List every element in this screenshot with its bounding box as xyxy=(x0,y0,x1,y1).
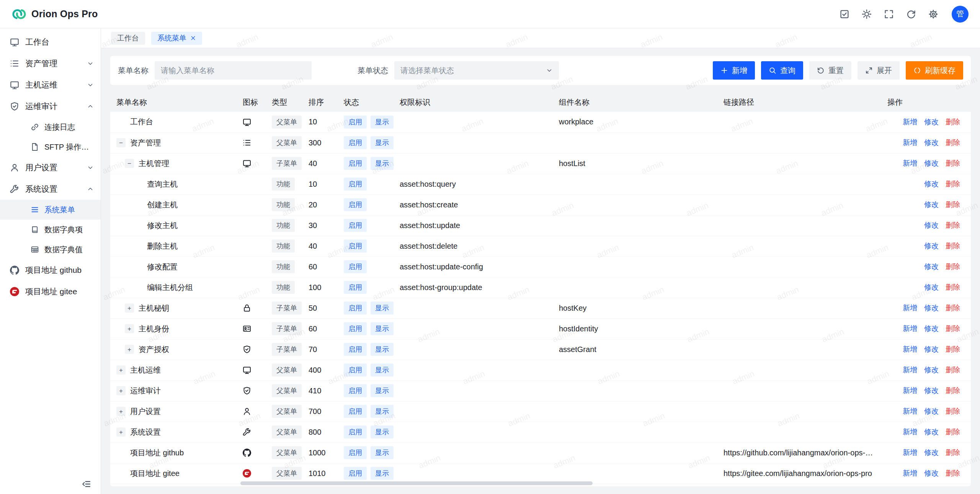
delete-link[interactable]: 删除 xyxy=(946,303,960,313)
delete-link[interactable]: 删除 xyxy=(946,468,960,478)
reset-button[interactable]: 重置 xyxy=(809,61,851,80)
delete-link[interactable]: 删除 xyxy=(946,427,960,437)
sort-value: 800 xyxy=(309,428,321,436)
add-link[interactable]: 新增 xyxy=(903,365,917,375)
edit-link[interactable]: 修改 xyxy=(924,241,939,251)
gear-icon[interactable] xyxy=(925,6,942,23)
delete-link[interactable]: 删除 xyxy=(946,282,960,292)
edit-link[interactable]: 修改 xyxy=(924,468,939,478)
collapse-row-button[interactable]: − xyxy=(125,159,134,168)
edit-link[interactable]: 修改 xyxy=(924,448,939,458)
edit-link[interactable]: 修改 xyxy=(924,344,939,354)
expand-button[interactable]: 展开 xyxy=(858,61,900,80)
edit-link[interactable]: 修改 xyxy=(924,220,939,230)
menu-name-input[interactable] xyxy=(155,61,312,80)
edit-link[interactable]: 修改 xyxy=(924,117,939,127)
edit-link[interactable]: 修改 xyxy=(924,262,939,272)
delete-link[interactable]: 删除 xyxy=(946,324,960,334)
expand-row-button[interactable]: + xyxy=(116,427,126,437)
menu-type-tag: 功能 xyxy=(272,260,295,273)
sidebar-item-connect-log[interactable]: 连接日志 xyxy=(0,117,101,137)
delete-link[interactable]: 删除 xyxy=(946,220,960,230)
delete-link[interactable]: 删除 xyxy=(946,179,960,189)
add-link[interactable]: 新增 xyxy=(903,448,917,458)
expand-row-button[interactable]: + xyxy=(125,303,134,313)
tab-item[interactable]: 工作台 xyxy=(111,32,145,45)
menu-status-select[interactable]: 请选择菜单状态 xyxy=(394,61,559,80)
menu-name: 资产授权 xyxy=(139,344,169,355)
refresh-icon xyxy=(817,67,825,74)
menu-fold-icon[interactable] xyxy=(82,479,91,489)
sidebar-item-system-settings[interactable]: 系统设置 xyxy=(0,178,101,200)
add-link[interactable]: 新增 xyxy=(903,117,917,127)
delete-link[interactable]: 删除 xyxy=(946,386,960,396)
add-link[interactable]: 新增 xyxy=(903,303,917,313)
edit-link[interactable]: 修改 xyxy=(924,200,939,210)
sidebar-item-system-menu[interactable]: 系统菜单 xyxy=(0,200,101,220)
sidebar-item-gitee[interactable]: 项目地址 gitee xyxy=(0,281,101,302)
sidebar-item-dict-value[interactable]: 数据字典值 xyxy=(0,240,101,259)
edit-link[interactable]: 修改 xyxy=(924,406,939,416)
add-link[interactable]: 新增 xyxy=(903,344,917,354)
sidebar-item-asset[interactable]: 资产管理 xyxy=(0,53,101,74)
delete-link[interactable]: 删除 xyxy=(946,262,960,272)
delete-link[interactable]: 删除 xyxy=(946,117,960,127)
horizontal-scrollbar-thumb[interactable] xyxy=(240,481,593,485)
collapse-row-button[interactable]: − xyxy=(116,138,126,147)
expand-row-button[interactable]: + xyxy=(116,386,126,395)
sidebar-item-user-settings[interactable]: 用户设置 xyxy=(0,157,101,178)
sidebar-item-workbench[interactable]: 工作台 xyxy=(0,31,101,53)
table-row: +主机身份子菜单60启用显示hostIdentity新增修改删除 xyxy=(110,318,971,339)
delete-link[interactable]: 删除 xyxy=(946,200,960,210)
sun-icon[interactable] xyxy=(858,6,875,23)
delete-link[interactable]: 删除 xyxy=(946,158,960,168)
delete-link[interactable]: 删除 xyxy=(946,344,960,354)
add-link[interactable]: 新增 xyxy=(903,406,917,416)
refresh-cache-button[interactable]: 刷新缓存 xyxy=(906,61,963,80)
plus-icon xyxy=(720,67,728,74)
add-link[interactable]: 新增 xyxy=(903,158,917,168)
fullscreen-icon[interactable] xyxy=(880,6,897,23)
menu-name: 修改配置 xyxy=(147,262,178,272)
edit-link[interactable]: 修改 xyxy=(924,138,939,148)
sidebar-item-ops-audit[interactable]: 运维审计 xyxy=(0,96,101,117)
delete-link[interactable]: 删除 xyxy=(946,241,960,251)
add-link[interactable]: 新增 xyxy=(903,468,917,478)
add-link[interactable]: 新增 xyxy=(903,324,917,334)
edit-link[interactable]: 修改 xyxy=(924,427,939,437)
todo-icon[interactable] xyxy=(836,6,853,23)
edit-link[interactable]: 修改 xyxy=(924,324,939,334)
expand-row-button[interactable]: + xyxy=(125,324,134,333)
tab-item[interactable]: 系统菜单 xyxy=(151,32,202,45)
edit-link[interactable]: 修改 xyxy=(924,158,939,168)
menu-type-tag: 功能 xyxy=(272,281,295,294)
expand-row-button[interactable]: + xyxy=(116,407,126,416)
add-link[interactable]: 新增 xyxy=(903,138,917,148)
link-path-value xyxy=(717,318,881,339)
add-link[interactable]: 新增 xyxy=(903,386,917,396)
sidebar-item-github[interactable]: 项目地址 github xyxy=(0,259,101,281)
add-link[interactable]: 新增 xyxy=(903,427,917,437)
add-button[interactable]: 新增 xyxy=(713,61,755,80)
expand-row-button[interactable]: + xyxy=(125,345,134,354)
component-value xyxy=(553,277,717,298)
edit-link[interactable]: 修改 xyxy=(924,179,939,189)
delete-link[interactable]: 删除 xyxy=(946,365,960,375)
delete-link[interactable]: 删除 xyxy=(946,138,960,148)
search-button[interactable]: 查询 xyxy=(761,61,803,80)
delete-link[interactable]: 删除 xyxy=(946,448,960,458)
edit-link[interactable]: 修改 xyxy=(924,303,939,313)
user-avatar[interactable]: 管 xyxy=(952,6,969,23)
delete-link[interactable]: 删除 xyxy=(946,406,960,416)
status-tag: 启用 xyxy=(344,260,367,273)
edit-link[interactable]: 修改 xyxy=(924,282,939,292)
reload-icon[interactable] xyxy=(903,6,920,23)
expand-row-button[interactable]: + xyxy=(116,365,126,375)
edit-link[interactable]: 修改 xyxy=(924,386,939,396)
close-icon[interactable] xyxy=(190,35,196,41)
sidebar-item-dict-key[interactable]: 数据字典项 xyxy=(0,220,101,240)
sidebar-item-host-ops[interactable]: 主机运维 xyxy=(0,74,101,96)
edit-link[interactable]: 修改 xyxy=(924,365,939,375)
sidebar-item-sftp-log[interactable]: SFTP 操作日志 xyxy=(0,137,101,157)
table-row: 删除主机功能40启用asset:host:delete修改删除 xyxy=(110,236,971,256)
